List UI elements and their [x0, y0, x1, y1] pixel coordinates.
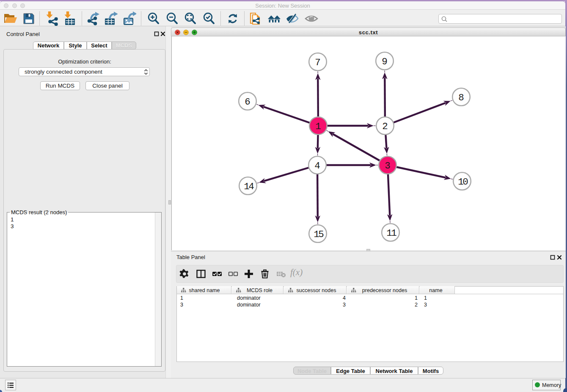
svg-text:3: 3: [385, 160, 391, 171]
svg-text:15: 15: [314, 229, 324, 240]
svg-text:14: 14: [244, 181, 254, 192]
svg-text:1: 1: [315, 121, 321, 132]
svg-text:10: 10: [458, 177, 468, 188]
svg-text:11: 11: [386, 228, 396, 239]
svg-text:6: 6: [245, 97, 250, 108]
svg-text:9: 9: [382, 56, 388, 67]
svg-text:2: 2: [382, 121, 388, 132]
svg-text:4: 4: [314, 160, 320, 171]
svg-text:8: 8: [458, 92, 464, 103]
svg-text:7: 7: [315, 57, 321, 68]
